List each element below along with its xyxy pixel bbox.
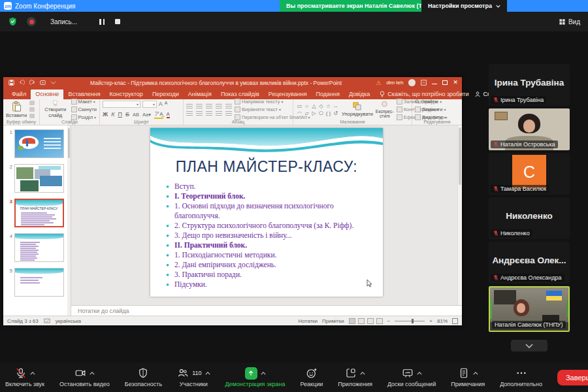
character-spacing-button[interactable]: АВ <box>133 112 139 118</box>
more-button[interactable]: Дополнительно <box>500 367 542 387</box>
align-right-icon[interactable] <box>206 111 212 116</box>
decrease-indent-icon[interactable] <box>206 104 212 108</box>
slide-sorter-view-button[interactable] <box>358 318 365 324</box>
slide-vertical-scrollbar[interactable] <box>457 125 462 305</box>
stop-video-button[interactable]: Остановить видео <box>59 367 110 387</box>
increase-indent-icon[interactable] <box>216 104 222 108</box>
cut-icon[interactable] <box>29 101 35 105</box>
reading-view-button[interactable] <box>367 318 374 324</box>
thumbnail-slide-1[interactable] <box>14 129 64 158</box>
format-painter-icon[interactable] <box>29 114 35 118</box>
close-button[interactable]: ✕ <box>453 80 458 86</box>
participant-tile-nataliia-ostrovska[interactable]: Наталія Островська <box>489 108 570 150</box>
replace-button[interactable]: Замінити▾ <box>415 106 446 112</box>
paste-button[interactable]: Вставити <box>6 101 27 118</box>
bold-button[interactable]: Ж <box>103 111 108 118</box>
participant-tile-iryna-trubavina[interactable]: Ірина Трубавіна Ірина Трубавіна <box>489 64 570 106</box>
strikethrough-button[interactable]: S <box>125 111 129 118</box>
thumbnail-slide-2[interactable] <box>14 164 64 193</box>
thumbnail-4[interactable]: 4 <box>6 233 69 262</box>
start-slideshow-icon[interactable] <box>40 80 46 86</box>
view-settings-button[interactable]: Настройки просмотра <box>421 0 507 12</box>
chevron-up-icon[interactable] <box>205 372 210 375</box>
zoom-slider[interactable] <box>395 321 425 321</box>
zoom-in-button[interactable]: + <box>429 318 433 324</box>
security-shield-icon[interactable] <box>8 16 18 27</box>
chevron-up-icon[interactable] <box>417 372 422 375</box>
shapes-gallery[interactable]: ▭○△◇☆↔ ◠▱▷⬠{ }↺ <box>296 101 339 118</box>
layout-button[interactable]: Макет▾ <box>71 99 97 105</box>
shrink-font-button[interactable]: А <box>165 101 168 108</box>
line-spacing-icon[interactable] <box>225 104 232 108</box>
annotations-button[interactable]: Примечания <box>451 367 485 387</box>
fit-slide-button[interactable] <box>452 318 458 324</box>
tab-design[interactable]: Конструктор <box>105 90 148 99</box>
thumbnail-scrollbar[interactable] <box>67 125 71 316</box>
tab-help[interactable]: Довідка <box>344 90 374 99</box>
thumbnail-3-selected[interactable]: 3 ПЛАН МАЙСТЕР-КЛАСУ: <box>6 199 69 227</box>
reactions-button[interactable]: Реакции <box>300 367 323 387</box>
bullet-list-icon[interactable] <box>186 104 193 108</box>
unmute-button[interactable]: Включить звук <box>5 367 44 387</box>
new-slide-button[interactable]: Створити слайд <box>42 101 69 118</box>
find-button[interactable]: Знайти <box>415 99 446 105</box>
change-case-button[interactable]: Аа▾ <box>142 112 151 118</box>
save-icon[interactable] <box>8 80 14 86</box>
screen-share-button[interactable]: Демонстрация экрана <box>225 367 286 387</box>
ribbon-display-options-icon[interactable] <box>421 80 427 86</box>
participants-button[interactable]: 110 Участники <box>177 367 210 387</box>
account-avatar[interactable] <box>408 79 416 86</box>
tab-transitions[interactable]: Переходи <box>148 90 184 99</box>
language-indicator[interactable]: українська <box>56 318 81 324</box>
slide-canvas[interactable]: ПЛАН МАЙСТЕР-КЛАСУ: Вступ. І. Теоретични… <box>150 128 383 297</box>
grow-font-button[interactable]: А <box>159 101 163 108</box>
numbered-list-icon[interactable] <box>196 104 203 108</box>
tab-home[interactable]: Основне <box>31 90 63 99</box>
thumbnail-2[interactable]: 2 <box>6 164 69 193</box>
underline-button[interactable]: П <box>118 111 122 118</box>
restore-button[interactable] <box>442 80 448 85</box>
chevron-up-icon[interactable] <box>30 372 35 375</box>
zoom-out-button[interactable]: − <box>387 318 391 324</box>
align-center-icon[interactable] <box>196 111 203 116</box>
participant-tile-tamara-vasyliuk[interactable]: C Тамара Василюк <box>489 153 570 195</box>
security-button[interactable]: Безопасность <box>125 367 162 387</box>
thumbnail-5[interactable]: 5 <box>6 268 69 297</box>
highlight-color-button[interactable]: アА̲ <box>154 110 163 119</box>
spellcheck-icon[interactable] <box>44 318 50 324</box>
undo-icon[interactable] <box>19 80 25 86</box>
font-color-button[interactable]: А <box>167 111 170 118</box>
participant-tile-nataliia-saveliuk-active-speaker[interactable]: Наталія Савелюк (ТНПУ) <box>489 286 570 332</box>
notes-toggle[interactable]: Нотатки <box>299 318 318 324</box>
chevron-up-icon[interactable] <box>261 372 266 375</box>
font-size-select[interactable]: ▾ <box>142 101 157 108</box>
tab-slideshow[interactable]: Показ слайдів <box>216 90 264 99</box>
zoom-level[interactable]: 81% <box>437 318 448 324</box>
quick-styles-button[interactable]: Експрес-стилі <box>376 101 394 118</box>
tab-view[interactable]: Подання <box>312 90 344 99</box>
view-button[interactable]: Вид <box>559 18 580 25</box>
chevron-up-icon[interactable] <box>90 372 95 375</box>
normal-view-button[interactable] <box>349 318 355 324</box>
copy-icon[interactable] <box>29 107 35 112</box>
apps-button[interactable]: Приложения <box>338 367 372 387</box>
end-meeting-button[interactable]: Завершение <box>557 370 588 385</box>
participant-tile-andreieva-oleksandra[interactable]: Андрєєва Олек... Андрєєва Олександра <box>489 242 570 284</box>
tab-review[interactable]: Рецензування <box>264 90 312 99</box>
comments-toggle[interactable]: Примітки <box>322 318 344 324</box>
columns-icon[interactable] <box>225 111 232 116</box>
minimize-button[interactable] <box>432 84 437 84</box>
qat-dropdown-icon[interactable] <box>50 80 56 86</box>
redo-icon[interactable] <box>29 80 35 86</box>
pause-recording-button[interactable] <box>99 19 105 25</box>
italic-button[interactable]: К <box>111 111 114 118</box>
justify-icon[interactable] <box>216 111 222 116</box>
sidebar-collapse-button[interactable] <box>511 340 547 351</box>
font-name-select[interactable]: ▾ <box>103 101 140 108</box>
thumbnail-slide-4[interactable] <box>14 233 64 262</box>
chevron-up-icon[interactable] <box>360 372 365 375</box>
participant-tile-nikolenko[interactable]: Николенко Николенко <box>489 197 570 239</box>
notes-pane[interactable]: Нотатки до слайда <box>71 305 462 316</box>
tab-animations[interactable]: Анімація <box>184 90 216 99</box>
tab-file[interactable]: Файл <box>7 90 31 99</box>
